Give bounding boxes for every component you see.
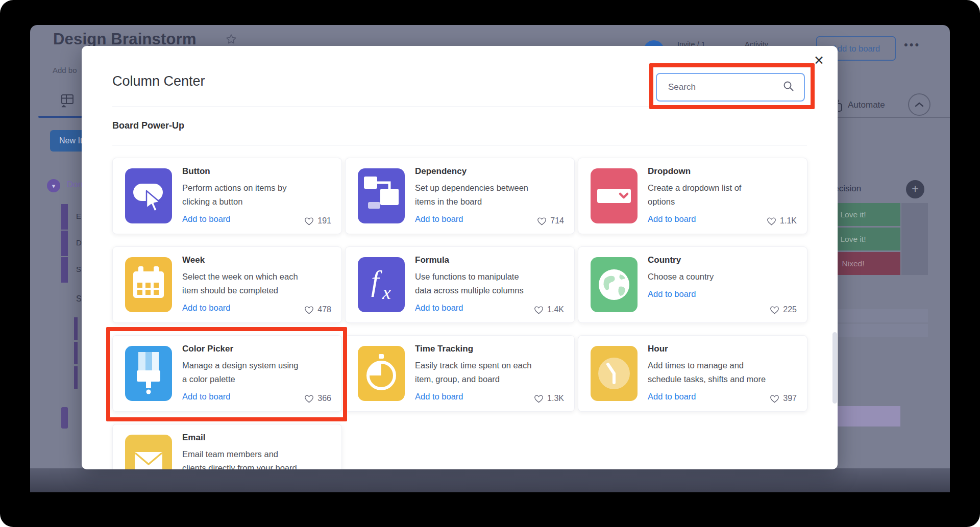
group-color-bar [61,257,68,283]
search-box[interactable] [656,73,805,102]
card-description-line: Perform actions on items by [182,181,287,195]
add-column-button[interactable]: + [906,180,924,198]
card-title: Email [182,433,205,443]
board-subtitle: Add bo [53,66,77,74]
favorite-star-icon[interactable] [225,33,237,47]
add-to-board-link[interactable]: Add to board [415,392,463,401]
card-description: Manage a design system usinga color pale… [182,359,298,386]
card-description-line: Easily track time spent on each [415,359,531,372]
subitem-color-bar [74,366,78,389]
country-card[interactable]: Country Choose a country Add to board 22… [578,246,807,323]
active-tab-underline [38,116,82,118]
card-description: Use functions to manipulatedata across m… [415,270,524,297]
card-description: Select the week on which eachitem should… [182,270,298,297]
likes-count: 225 [770,305,797,314]
automate-button[interactable]: Automate [848,100,885,110]
add-to-board-top-label: Add to board [832,44,880,54]
subitems-label: S [76,294,82,304]
formula-card[interactable]: f x Formula Use functions to manipulated… [345,246,575,323]
card-description-line: a color palette [182,372,298,386]
section-title: Board Power-Up [112,120,184,131]
email-icon [125,435,172,469]
card-title: Button [182,166,210,177]
add-to-board-link[interactable]: Add to board [648,392,696,401]
card-title: Dependency [415,166,467,177]
card-description-line: Create a dropdown list of [648,181,741,195]
add-to-board-link[interactable]: Add to board [182,392,231,401]
svg-text:x: x [382,282,391,303]
heart-icon [537,217,547,225]
likes-count: 191 [304,216,331,225]
add-to-board-link[interactable]: Add to board [415,303,463,313]
time-tracking-icon [358,346,405,401]
card-title: Dropdown [648,166,691,177]
search-input[interactable] [657,82,782,92]
card-title: Color Picker [182,344,233,354]
card-title: Country [648,255,681,265]
main-table-tab-icon[interactable] [60,93,75,110]
dropdown-icon [591,168,638,223]
close-icon[interactable]: ✕ [814,53,824,68]
likes-count: 1.3K [534,394,564,403]
likes-count: 1.1K [767,216,797,225]
dependency-icon [358,168,405,223]
card-description-line: clients directly from your board [182,461,297,469]
add-to-board-link[interactable]: Add to board [182,214,231,224]
hour-card[interactable]: Hour Add times to manage andschedule tas… [578,335,807,412]
add-to-board-link[interactable]: Add to board [648,214,696,224]
card-title: Time Tracking [415,344,473,354]
app-bottom-bar [30,468,950,492]
subitem-color-bar [74,342,78,364]
card-title: Formula [415,255,449,265]
card-description-line: Set up dependencies between [415,181,528,195]
time-tracking-card[interactable]: Time Tracking Easily track time spent on… [345,335,575,412]
group-color-bar [61,231,68,256]
card-description-line: options [648,195,741,209]
svg-text:f: f [371,265,383,297]
add-to-board-link[interactable]: Add to board [415,214,463,224]
modal-title: Column Center [112,73,205,89]
week-card[interactable]: Week Select the week on which eachitem s… [112,246,342,323]
dropdown-card[interactable]: Dropdown Create a dropdown list ofoption… [578,158,807,234]
card-title: Week [182,255,205,265]
likes-count: 366 [304,394,331,403]
likes-count: 478 [304,305,331,314]
card-description-line: Manage a design system using [182,359,298,372]
heart-icon [770,394,779,403]
card-description: Easily track time spent on eachitem, gro… [415,359,531,386]
week-icon [125,257,172,312]
search-icon [782,80,795,94]
card-description-line: data across multiple columns [415,284,524,297]
item-name-fragment: S [76,265,81,273]
button-icon [125,168,172,223]
heart-icon [767,217,776,225]
color-picker-icon [125,346,172,401]
button-card[interactable]: Button Perform actions on items byclicki… [112,158,342,234]
likes-count: 714 [537,216,564,225]
heart-icon [770,306,779,314]
formula-icon: f x [358,257,405,312]
hour-icon [591,346,638,401]
heart-icon [534,306,544,314]
item-name-fragment: D [76,238,82,247]
automate-robot-icon [838,98,845,115]
card-description: Email team members andclients directly f… [182,447,297,469]
card-description-line: item, group, and board [415,372,531,386]
add-to-board-link[interactable]: Add to board [182,303,231,313]
color-picker-card[interactable]: Color Picker Manage a design system usin… [112,335,342,412]
add-to-board-link[interactable]: Add to board [648,289,696,299]
screenshot-frame: Design Brainstorm Add bo Automate [0,0,980,527]
group-collapse-chevron-icon[interactable]: ▾ [47,179,60,192]
board-menu-dots[interactable]: ••• [904,38,920,52]
card-description-line: Choose a country [648,270,714,284]
likes-count: 1.4K [534,305,564,314]
card-description-line: item should be completed [182,284,298,297]
card-description: Add times to manage andschedule tasks, s… [648,359,766,386]
heart-icon [534,394,544,403]
modal-scrollbar[interactable] [832,332,837,404]
email-card[interactable]: Email Email team members andclients dire… [112,424,342,469]
empty-column-strip [901,203,928,275]
dependency-card[interactable]: Dependency Set up dependencies betweenit… [345,158,575,234]
collapse-toolbar-button[interactable] [908,93,930,116]
heart-icon [304,394,314,403]
